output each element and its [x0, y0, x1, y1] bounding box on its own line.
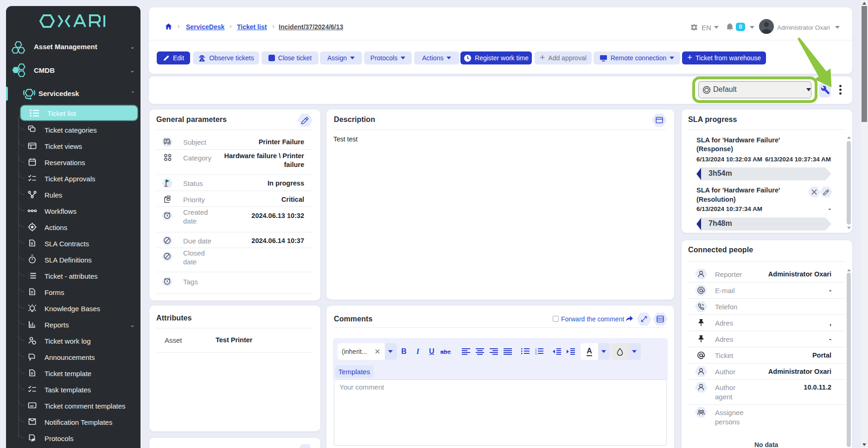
svg-text:3: 3 [535, 352, 537, 355]
